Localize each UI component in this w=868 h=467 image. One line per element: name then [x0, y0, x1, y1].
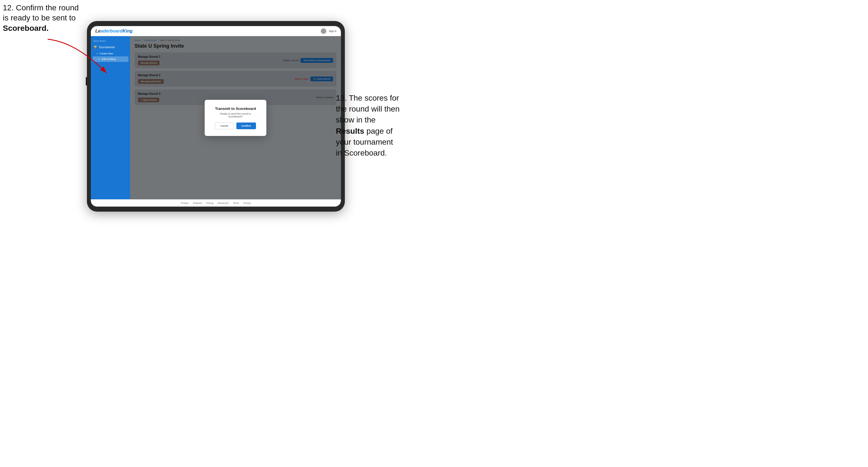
content-area: Home › Tournaments › State U Spring Invi…	[130, 36, 341, 199]
menu-label: MAIN MENU	[91, 39, 130, 44]
modal-box: Transmit to Scoreboard Ready to send thi…	[205, 100, 266, 136]
footer-privacy[interactable]: Privacy	[244, 202, 251, 204]
confirm-button[interactable]: Confirm	[236, 123, 256, 129]
annotation-top-left: 12. Confirm the round is ready to be sen…	[3, 3, 79, 33]
app-container: LeaderboardKing Sign in MAIN MENU 🏆 Tour…	[91, 26, 341, 207]
tournaments-label: Tournaments	[99, 46, 115, 49]
sign-in-label[interactable]: Sign in	[329, 30, 336, 33]
modal-overlay: Transmit to Scoreboard Ready to send thi…	[130, 36, 341, 199]
modal-subtitle: Ready to send this round to Scoreboard?	[213, 113, 258, 118]
sidebar-item-create-new[interactable]: + Create New	[91, 51, 130, 56]
plus-icon: +	[96, 52, 98, 55]
tablet-frame: LeaderboardKing Sign in MAIN MENU 🏆 Tour…	[87, 21, 345, 212]
tablet-side-button	[86, 77, 87, 86]
nav-right: Sign in	[321, 28, 336, 34]
cancel-button[interactable]: Cancel	[215, 123, 234, 129]
footer-product[interactable]: Product	[181, 202, 189, 204]
tablet-footer: Product Features Pricing Resources Terms…	[91, 199, 341, 207]
edit-icon: ✎	[98, 58, 100, 61]
top-navbar: LeaderboardKing Sign in	[91, 26, 341, 36]
logo-area: LeaderboardKing	[95, 29, 132, 34]
footer-pricing[interactable]: Pricing	[206, 202, 213, 204]
create-new-label: Create New	[99, 52, 113, 55]
footer-resources[interactable]: Resources	[218, 202, 228, 204]
edit-existing-label: Edit Existing	[102, 58, 116, 61]
sidebar: MAIN MENU 🏆 Tournaments + Create New ✎ E…	[91, 36, 130, 199]
sidebar-item-tournaments[interactable]: 🏆 Tournaments	[91, 44, 130, 51]
sidebar-item-edit-existing[interactable]: ✎ Edit Existing	[93, 56, 128, 62]
avatar-icon	[321, 28, 326, 34]
main-layout: MAIN MENU 🏆 Tournaments + Create New ✎ E…	[91, 36, 341, 199]
modal-title: Transmit to Scoreboard	[213, 106, 258, 111]
modal-buttons: Cancel Confirm	[213, 123, 258, 129]
footer-features[interactable]: Features	[193, 202, 202, 204]
footer-terms[interactable]: Terms	[233, 202, 239, 204]
trophy-icon: 🏆	[94, 46, 97, 49]
annotation-right: 13. The scores for the round will then s…	[336, 93, 431, 158]
tablet-screen: LeaderboardKing Sign in MAIN MENU 🏆 Tour…	[91, 26, 341, 207]
